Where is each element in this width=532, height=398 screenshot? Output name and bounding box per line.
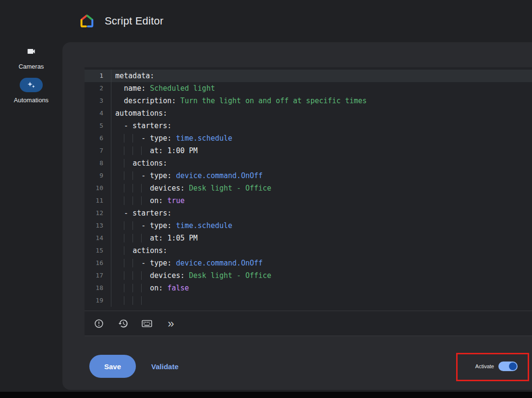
- code-line[interactable]: 1metadata:: [85, 70, 532, 82]
- indent-guide: [133, 271, 141, 280]
- code-line-text: at: 1:00 PM: [111, 145, 198, 157]
- code-token: metadata:: [115, 72, 154, 80]
- indent: [115, 96, 124, 105]
- code-token: - type:: [141, 221, 176, 230]
- indent: [115, 296, 124, 305]
- code-line[interactable]: 10 devices: Desk light - Office: [85, 182, 532, 194]
- indent-guide: [124, 134, 133, 143]
- line-number: 11: [85, 194, 111, 207]
- sidebar: Cameras Automations: [0, 44, 62, 111]
- code-token: false: [167, 284, 189, 292]
- code-line[interactable]: 13 - type: time.schedule: [85, 219, 532, 232]
- indent-guide: [124, 184, 133, 193]
- code-line[interactable]: 3 description: Turn the light on and off…: [85, 95, 532, 107]
- code-line[interactable]: 12 - starters:: [85, 207, 532, 219]
- line-number: 12: [85, 207, 111, 219]
- code-line[interactable]: 17 devices: Desk light - Office: [85, 269, 532, 282]
- indent-guide: [133, 171, 141, 180]
- code-line[interactable]: 15 actions:: [85, 244, 532, 257]
- code-token: at:: [150, 146, 167, 155]
- code-token: description:: [124, 96, 180, 105]
- indent: [115, 184, 124, 193]
- indent: [115, 271, 124, 280]
- indent-guide: [124, 271, 133, 280]
- indent-guide: [124, 159, 133, 168]
- app-header: Script Editor: [0, 0, 532, 42]
- code-token: - type:: [141, 259, 176, 267]
- code-line-text: on: true: [111, 194, 185, 207]
- line-number: 9: [85, 169, 111, 182]
- indent-guide: [133, 296, 141, 305]
- indent-guide: [133, 196, 141, 205]
- code-token: on:: [150, 196, 167, 205]
- indent: [115, 171, 124, 180]
- sidebar-item-cameras[interactable]: Cameras: [19, 44, 44, 70]
- code-token: at:: [150, 234, 167, 242]
- line-number: 15: [85, 244, 111, 257]
- actions-bar: Save Validate Activate: [85, 336, 532, 390]
- expand-toolbar-button[interactable]: »: [165, 318, 177, 329]
- validate-button[interactable]: Validate: [148, 362, 181, 371]
- indent: [115, 146, 124, 155]
- indent: [115, 196, 124, 205]
- code-line[interactable]: 7 at: 1:00 PM: [85, 145, 532, 157]
- code-line[interactable]: 2 name: Scheduled light: [85, 82, 532, 95]
- code-line-text: - type: device.command.OnOff: [111, 257, 263, 269]
- code-token: on:: [150, 284, 167, 292]
- indent-guide: [124, 196, 133, 205]
- code-line-text: on: false: [111, 282, 189, 294]
- code-line[interactable]: 14 at: 1:05 PM: [85, 232, 532, 244]
- indent-guide: [133, 234, 141, 242]
- code-line[interactable]: 6 - type: time.schedule: [85, 132, 532, 145]
- indent: [115, 84, 124, 93]
- code-line-text: metadata:: [111, 70, 154, 82]
- code-editor[interactable]: 1metadata:2 name: Scheduled light3 descr…: [85, 67, 532, 336]
- indent-guide: [133, 184, 141, 193]
- indent: [115, 134, 124, 143]
- line-number: 13: [85, 219, 111, 232]
- line-number: 8: [85, 157, 111, 169]
- code-line-text: - type: time.schedule: [111, 132, 232, 145]
- sidebar-item-automations[interactable]: Automations: [14, 78, 48, 104]
- indent-guide: [124, 146, 133, 155]
- code-line[interactable]: 16 - type: device.command.OnOff: [85, 257, 532, 269]
- code-line[interactable]: 18 on: false: [85, 282, 532, 294]
- line-number: 2: [85, 82, 111, 95]
- problems-button[interactable]: [93, 318, 105, 329]
- code-line[interactable]: 9 - type: device.command.OnOff: [85, 169, 532, 182]
- code-area[interactable]: 1metadata:2 name: Scheduled light3 descr…: [85, 67, 532, 311]
- code-line-text: automations:: [111, 107, 167, 120]
- activate-toggle[interactable]: [498, 362, 518, 371]
- code-line-text: - starters:: [111, 207, 171, 219]
- indent-guide: [124, 246, 133, 255]
- indent-guide: [124, 221, 133, 230]
- problems-icon: [94, 318, 104, 329]
- line-number: 3: [85, 95, 111, 107]
- activate-group: Activate: [475, 362, 518, 371]
- indent-guide: [141, 284, 150, 292]
- script-editor-app: Script Editor Cameras Automations 1meta: [0, 0, 532, 398]
- code-line[interactable]: 8 actions:: [85, 157, 532, 169]
- code-token: time.schedule: [176, 134, 232, 143]
- camera-icon: [26, 47, 36, 56]
- code-line[interactable]: 19: [85, 294, 532, 307]
- indent-guide: [141, 234, 150, 242]
- indent-guide: [124, 171, 133, 180]
- code-line[interactable]: 4automations:: [85, 107, 532, 120]
- indent-guide: [124, 259, 133, 267]
- indent-guide: [141, 196, 150, 205]
- bottom-strip: [0, 392, 532, 398]
- code-token: devices:: [150, 184, 189, 193]
- page-title: Script Editor: [105, 15, 163, 27]
- keyboard-shortcuts-button[interactable]: [141, 318, 153, 329]
- code-line[interactable]: 11 on: true: [85, 194, 532, 207]
- code-token: Desk light - Office: [189, 184, 272, 193]
- code-token: devices:: [150, 271, 189, 280]
- code-line[interactable]: 5 - starters:: [85, 120, 532, 132]
- code-token: Scheduled light: [150, 84, 215, 93]
- save-button[interactable]: Save: [89, 355, 136, 378]
- code-token: actions:: [133, 246, 167, 255]
- code-token: - type:: [141, 171, 176, 180]
- history-button[interactable]: [117, 318, 129, 329]
- code-line-text: devices: Desk light - Office: [111, 182, 271, 194]
